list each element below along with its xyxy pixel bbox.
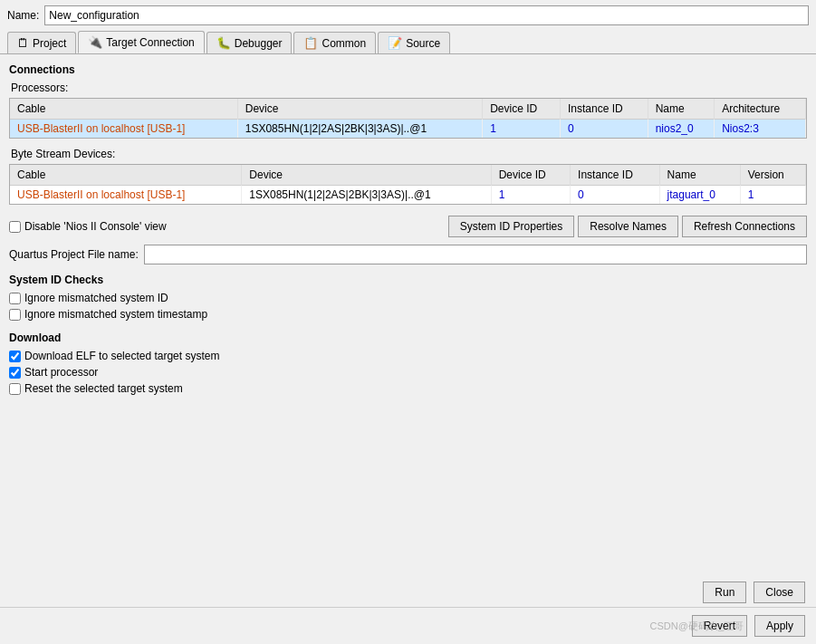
name-label: Name: [7,9,39,22]
start-processor-label: Start processor [24,366,98,379]
byte-stream-label: Byte Stream Devices: [9,148,807,160]
tabs-bar: 🗒 Project 🔌 Target Connection 🐛 Debugger… [0,31,816,54]
start-processor-checkbox[interactable] [9,367,21,379]
proc-col-name: Name [648,99,714,120]
close-button[interactable]: Close [754,582,805,603]
processors-label: Processors: [9,82,807,94]
tab-project-label: Project [33,37,66,50]
tab-target-label: Target Connection [106,36,194,49]
byte-stream-table-container: Cable Device Device ID Instance ID Name … [9,164,807,205]
disable-console-text: Disable 'Nios II Console' view [24,220,167,233]
controls-row: Disable 'Nios II Console' view System ID… [9,216,807,237]
system-id-title: System ID Checks [9,274,807,286]
refresh-connections-button[interactable]: Refresh Connections [682,216,807,237]
proc-col-device: Device [237,99,482,120]
ignore-id-label: Ignore mismatched system ID [24,292,168,304]
bs-col-name: Name [659,165,740,186]
quartus-file-row: Quartus Project File name: [9,245,807,264]
quartus-file-input[interactable] [144,245,807,264]
bs-row-version: 1 [740,186,805,205]
name-row: Name: [0,0,816,31]
disable-console-checkbox[interactable] [9,221,21,233]
tab-debugger[interactable]: 🐛 Debugger [206,32,293,53]
tab-project[interactable]: 🗒 Project [7,32,76,53]
tab-common-label: Common [322,37,366,50]
proc-row-device-id: 1 [483,120,561,139]
run-close-bar: Run Close [0,578,816,607]
proc-row-arch: Nios2:3 [715,120,806,139]
bs-col-version: Version [740,165,805,186]
processors-table: Cable Device Device ID Instance ID Name … [10,99,806,138]
download-elf-item: Download ELF to selected target system [9,350,807,362]
download-section: Download Download ELF to selected target… [9,332,807,395]
connection-buttons: System ID Properties Resolve Names Refre… [448,216,807,237]
disable-console-label: Disable 'Nios II Console' view [9,220,443,233]
quartus-file-label: Quartus Project File name: [9,248,139,261]
byte-stream-table: Cable Device Device ID Instance ID Name … [10,165,806,204]
proc-row-device: 1SX085HN(1|2|2AS|2BK|3|3AS)|..@1 [237,120,482,139]
tab-source[interactable]: 📝 Source [378,32,450,53]
bs-row-cable: USB-BlasterII on localhost [USB-1] [10,186,242,205]
ignore-id-item: Ignore mismatched system ID [9,292,807,304]
proc-col-device-id: Device ID [483,99,561,120]
run-button[interactable]: Run [703,582,746,603]
bs-col-instance-id: Instance ID [571,165,659,186]
bs-row-name: jtaguart_0 [659,186,740,205]
common-icon: 📋 [303,36,318,50]
proc-row-instance-id: 0 [561,120,648,139]
reset-target-label: Reset the selected target system [24,382,183,395]
debugger-icon: 🐛 [216,36,231,50]
tab-debugger-label: Debugger [235,37,283,50]
ignore-timestamp-item: Ignore mismatched system timestamp [9,308,807,321]
proc-row-name: nios2_0 [648,120,714,139]
bs-row-instance-id: 0 [571,186,659,205]
table-row[interactable]: USB-BlasterII on localhost [USB-1] 1SX08… [10,186,806,205]
start-processor-item: Start processor [9,366,807,379]
proc-col-arch: Architecture [715,99,806,120]
content-area: Connections Processors: Cable Device Dev… [0,54,816,578]
ignore-timestamp-checkbox[interactable] [9,309,21,321]
bs-col-cable: Cable [10,165,242,186]
download-title: Download [9,332,807,344]
resolve-names-button[interactable]: Resolve Names [578,216,678,237]
proc-col-cable: Cable [10,99,237,120]
processors-table-container: Cable Device Device ID Instance ID Name … [9,98,807,139]
table-row[interactable]: USB-BlasterII on localhost [USB-1] 1SX08… [10,120,806,139]
bs-col-device-id: Device ID [491,165,570,186]
bs-row-device: 1SX085HN(1|2|2AS|2BK|3|3AS)|..@1 [242,186,491,205]
tab-source-label: Source [406,37,440,50]
tab-target-connection[interactable]: 🔌 Target Connection [78,31,204,53]
download-elf-checkbox[interactable] [9,351,21,362]
watermark: CSDN@硬码农_三哥 [650,620,744,633]
ignore-id-checkbox[interactable] [9,293,21,304]
source-icon: 📝 [388,36,402,50]
connections-section: Connections Processors: Cable Device Dev… [9,63,807,205]
ignore-timestamp-label: Ignore mismatched system timestamp [24,308,207,321]
bs-col-device: Device [242,165,491,186]
proc-row-cable: USB-BlasterII on localhost [USB-1] [10,120,237,139]
target-icon: 🔌 [88,35,102,49]
tab-common[interactable]: 📋 Common [293,32,376,53]
system-id-section: System ID Checks Ignore mismatched syste… [9,274,807,321]
dialog: Name: 🗒 Project 🔌 Target Connection 🐛 De… [0,0,816,644]
connections-title: Connections [9,63,807,76]
bs-row-device-id: 1 [491,186,570,205]
name-input[interactable] [44,5,809,25]
reset-target-item: Reset the selected target system [9,382,807,395]
reset-target-checkbox[interactable] [9,383,21,395]
system-id-properties-button[interactable]: System ID Properties [448,216,574,237]
download-elf-label: Download ELF to selected target system [24,350,219,362]
project-icon: 🗒 [17,36,29,50]
apply-button[interactable]: Apply [754,615,805,637]
proc-col-instance-id: Instance ID [561,99,648,120]
